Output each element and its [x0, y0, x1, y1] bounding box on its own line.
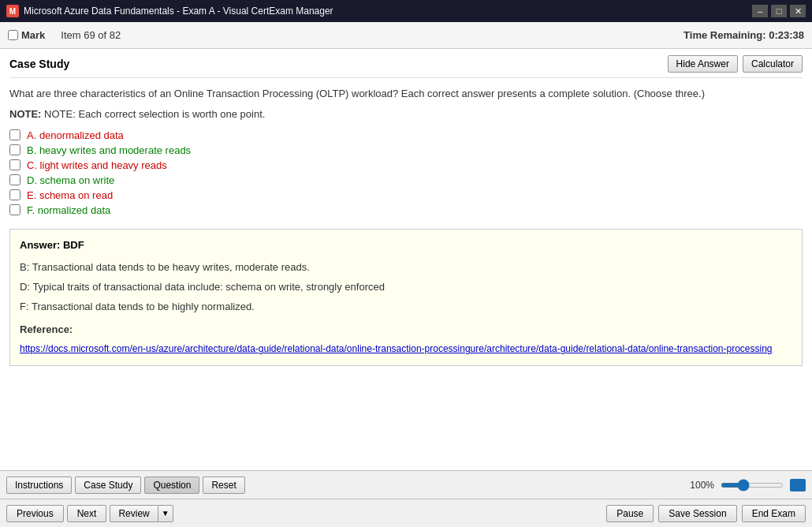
app-icon: M: [6, 5, 19, 17]
reference-link[interactable]: https://docs.microsoft.com/en-us/azure/a…: [20, 343, 773, 354]
instructions-button[interactable]: Instructions: [6, 477, 72, 494]
note-text: NOTE: NOTE: Each correct selection is wo…: [9, 108, 803, 120]
option-a: A. denormalized data: [9, 129, 803, 141]
nav-bar: Previous Next Review ▼ Pause Save Sessio…: [0, 499, 812, 527]
answer-header: Answer: BDF: [20, 237, 792, 254]
option-f: F. normalized data: [9, 204, 803, 216]
next-button[interactable]: Next: [67, 505, 107, 522]
answer-body: B: Transactional data tends to be heavy …: [20, 260, 792, 357]
pause-button[interactable]: Pause: [606, 505, 654, 522]
save-session-button[interactable]: Save Session: [658, 505, 736, 522]
question-text: What are three characteristics of an Onl…: [9, 86, 803, 102]
bottom-toolbar: Instructions Case Study Question Reset 1…: [0, 470, 812, 499]
mark-label: Mark: [21, 29, 45, 41]
option-b: B. heavy writes and moderate reads: [9, 144, 803, 156]
case-study-button[interactable]: Case Study: [75, 477, 141, 494]
answer-line-f: F: Transactional data tends to be highly…: [20, 299, 792, 316]
case-study-title: Case Study: [9, 58, 69, 70]
zoom-section: 100%: [690, 479, 806, 491]
maximize-button[interactable]: □: [771, 5, 787, 17]
header-bar: Mark Item 69 of 82 Time Remaining: 0:23:…: [0, 22, 812, 49]
review-button[interactable]: Review: [110, 505, 157, 522]
option-c-checkbox[interactable]: [9, 159, 20, 170]
title-bar: M Microsoft Azure Data Fundamentals - Ex…: [0, 0, 812, 22]
reset-button[interactable]: Reset: [203, 477, 244, 494]
option-c-label: C. light writes and heavy reads: [27, 159, 167, 171]
option-d-label: D. schema on write: [27, 174, 114, 186]
answer-line-b: B: Transactional data tends to be heavy …: [20, 260, 792, 276]
reference-label: Reference:: [20, 323, 73, 335]
answer-box: Answer: BDF B: Transactional data tends …: [9, 229, 803, 367]
option-e-label: E. schema on read: [27, 189, 113, 201]
question-button[interactable]: Question: [144, 477, 199, 494]
option-c: C. light writes and heavy reads: [9, 159, 803, 171]
option-f-checkbox[interactable]: [9, 204, 20, 215]
reference-section: Reference: https://docs.microsoft.com/en…: [20, 322, 792, 358]
time-remaining: Time Remaining: 0:23:38: [683, 29, 804, 41]
option-a-checkbox[interactable]: [9, 129, 20, 140]
title-text: Microsoft Azure Data Fundamentals - Exam…: [24, 6, 747, 17]
zoom-slider[interactable]: [721, 483, 784, 488]
end-exam-button[interactable]: End Exam: [742, 505, 806, 522]
review-dropdown-button[interactable]: ▼: [158, 505, 173, 522]
header-buttons: Hide Answer Calculator: [668, 55, 803, 73]
mark-checkbox-group: Mark: [8, 29, 45, 41]
case-study-header: Case Study Hide Answer Calculator: [9, 55, 803, 78]
item-info: Item 69 of 82: [61, 29, 121, 41]
window-controls: – □ ✕: [752, 5, 806, 17]
review-group: Review ▼: [110, 505, 173, 522]
calculator-button[interactable]: Calculator: [743, 55, 803, 73]
option-e-checkbox[interactable]: [9, 189, 20, 200]
zoom-indicator: [790, 479, 806, 491]
option-b-label: B. heavy writes and moderate reads: [27, 144, 191, 156]
mark-checkbox[interactable]: [8, 30, 18, 40]
main-content: Case Study Hide Answer Calculator What a…: [0, 49, 812, 470]
option-d-checkbox[interactable]: [9, 174, 20, 185]
option-d: D. schema on write: [9, 174, 803, 186]
option-f-label: F. normalized data: [27, 204, 110, 216]
options-list: A. denormalized data B. heavy writes and…: [9, 129, 803, 216]
previous-button[interactable]: Previous: [6, 505, 64, 522]
answer-line-d: D: Typical traits of transactional data …: [20, 279, 792, 296]
option-b-checkbox[interactable]: [9, 144, 20, 155]
close-button[interactable]: ✕: [790, 5, 806, 17]
option-a-label: A. denormalized data: [27, 129, 124, 141]
nav-right-buttons: Pause Save Session End Exam: [606, 505, 806, 522]
hide-answer-button[interactable]: Hide Answer: [668, 55, 738, 73]
option-e: E. schema on read: [9, 189, 803, 201]
minimize-button[interactable]: –: [752, 5, 768, 17]
zoom-label: 100%: [690, 480, 714, 491]
